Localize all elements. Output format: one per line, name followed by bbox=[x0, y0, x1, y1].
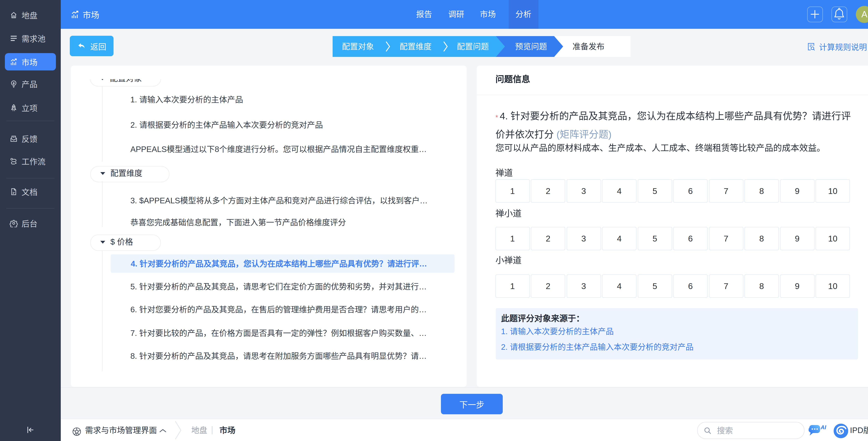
svg-text:AI: AI bbox=[820, 424, 826, 431]
